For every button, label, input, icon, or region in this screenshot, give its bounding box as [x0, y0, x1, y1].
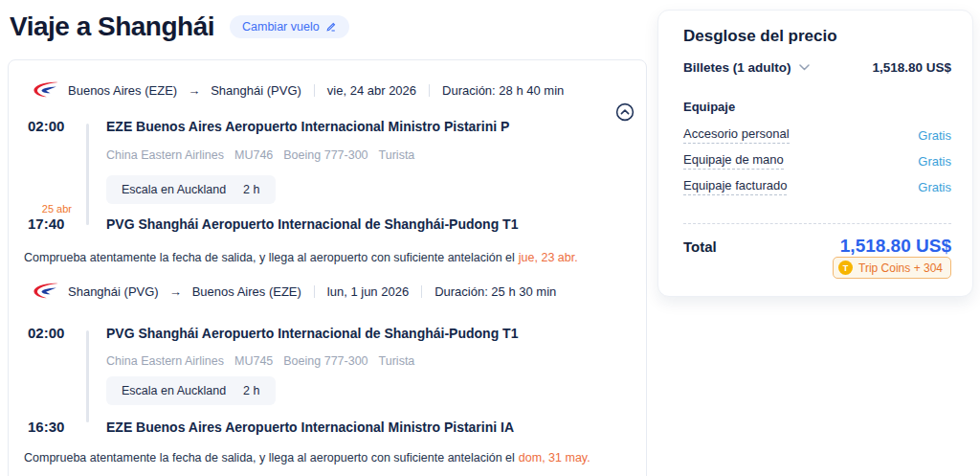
route-from: Buenos Aires (EZE)	[68, 83, 177, 98]
flight-duration: Duración: 25 h 30 min	[434, 284, 556, 299]
arrival-station: PVG Shanghái Aeropuerto Internacional de…	[106, 216, 518, 232]
itinerary-card: Buenos Aires (EZE) → Shanghái (PVG) vie,…	[8, 59, 647, 476]
collapse-itinerary-button[interactable]	[615, 102, 635, 122]
price-panel-title: Desglose del precio	[683, 27, 837, 46]
departure-notice: Comprueba atentamente la fecha de salida…	[24, 251, 578, 264]
trip-coin-icon: T	[838, 261, 853, 275]
departure-station: EZE Buenos Aires Aeropuerto Internaciona…	[106, 119, 509, 134]
total-label: Total	[683, 238, 717, 255]
departure-time: 02:00	[28, 118, 64, 134]
outbound-flight-header: Buenos Aires (EZE) → Shanghái (PVG) vie,…	[33, 81, 564, 99]
tickets-expander[interactable]: Billetes (1 adulto)	[683, 60, 810, 75]
divider	[314, 285, 315, 298]
layover-label: Escala en Auckland	[122, 183, 226, 196]
baggage-item-value: Gratis	[918, 180, 951, 194]
flight-number: MU745	[234, 354, 273, 368]
flight-meta: China Eastern Airlines MU745 Boeing 777-…	[106, 354, 414, 368]
flight-duration: Duración: 28 h 40 min	[442, 83, 564, 98]
cabin-class: Turista	[379, 148, 415, 162]
baggage-header: Equipaje	[683, 100, 735, 114]
carrier-name: China Eastern Airlines	[106, 354, 224, 368]
baggage-item-label[interactable]: Equipaje facturado	[683, 178, 787, 195]
change-flight-button[interactable]: Cambiar vuelo	[230, 15, 349, 38]
route-arrow-icon: →	[186, 83, 202, 98]
page-header: Viaje a Shanghái Cambiar vuelo	[10, 11, 349, 42]
layover-box: Escala en Auckland 2 h	[106, 175, 276, 204]
baggage-row: Equipaje facturado Gratis	[683, 178, 951, 195]
route-arrow-icon: →	[167, 284, 184, 299]
return-flight-header: Shanghái (PVG) → Buenos Aires (EZE) lun,…	[33, 283, 556, 300]
flight-date: vie, 24 abr 2026	[327, 83, 416, 98]
total-row: Total 1,518.80 US$	[683, 236, 951, 257]
divider	[314, 84, 315, 97]
timeline-line	[86, 330, 89, 422]
total-amount: 1,518.80 US$	[840, 236, 951, 257]
page-title: Viaje a Shanghái	[10, 11, 214, 42]
layover-label: Escala en Auckland	[122, 384, 226, 397]
baggage-item-value: Gratis	[918, 128, 951, 143]
aircraft-type: Boeing 777-300	[283, 148, 368, 162]
departure-station: PVG Shanghái Aeropuerto Internacional de…	[106, 326, 518, 341]
layover-duration: 2 h	[243, 183, 259, 196]
flight-meta: China Eastern Airlines MU746 Boeing 777-…	[106, 148, 414, 162]
flight-number: MU746	[234, 148, 273, 162]
baggage-item-value: Gratis	[918, 154, 951, 169]
tickets-row: Billetes (1 adulto) 1,518.80 US$	[683, 60, 951, 75]
timeline-line	[86, 124, 89, 225]
departure-notice: Comprueba atentamente la fecha de salida…	[24, 451, 590, 465]
baggage-item-label[interactable]: Equipaje de mano	[683, 152, 784, 170]
china-eastern-logo-icon	[33, 81, 59, 99]
trip-coins-label: Trip Coins + 304	[858, 261, 943, 275]
change-flight-label: Cambiar vuelo	[242, 20, 320, 34]
route-to: Shanghái (PVG)	[211, 83, 301, 98]
arrival-time: 16:30	[28, 419, 64, 435]
divider	[429, 84, 430, 97]
notice-text: Comprueba atentamente la fecha de salida…	[24, 451, 515, 465]
tickets-amount: 1,518.80 US$	[872, 60, 951, 75]
chevron-up-circle-icon	[615, 102, 635, 122]
baggage-item-label[interactable]: Accesorio personal	[683, 126, 790, 144]
flight-date: lun, 1 jun 2026	[327, 284, 409, 299]
price-breakdown-panel: Desglose del precio Billetes (1 adulto) …	[657, 10, 973, 297]
aircraft-type: Boeing 777-300	[283, 354, 368, 368]
layover-box: Escala en Auckland 2 h	[106, 376, 276, 405]
china-eastern-logo-icon	[33, 283, 59, 300]
layover-duration: 2 h	[243, 384, 259, 397]
divider	[421, 285, 422, 298]
baggage-row: Accesorio personal Gratis	[683, 126, 951, 144]
tickets-label: Billetes (1 adulto)	[683, 60, 791, 75]
route-from: Shanghái (PVG)	[68, 284, 159, 299]
arrival-date: 25 abr	[28, 203, 72, 215]
notice-text: Comprueba atentamente la fecha de salida…	[24, 251, 515, 264]
trip-coins-badge: T Trip Coins + 304	[833, 257, 951, 279]
chevron-down-icon	[799, 64, 810, 71]
route-to: Buenos Aires (EZE)	[192, 284, 301, 299]
divider	[683, 223, 951, 224]
cabin-class: Turista	[379, 354, 415, 368]
arrival-station: EZE Buenos Aires Aeropuerto Internaciona…	[106, 419, 514, 435]
notice-date: jue, 23 abr.	[519, 251, 578, 264]
edit-icon	[325, 21, 337, 33]
departure-time: 02:00	[28, 325, 64, 341]
carrier-name: China Eastern Airlines	[106, 148, 224, 162]
arrival-time: 17:40	[28, 215, 64, 232]
notice-date: dom, 31 may.	[519, 451, 590, 465]
baggage-row: Equipaje de mano Gratis	[683, 152, 951, 170]
